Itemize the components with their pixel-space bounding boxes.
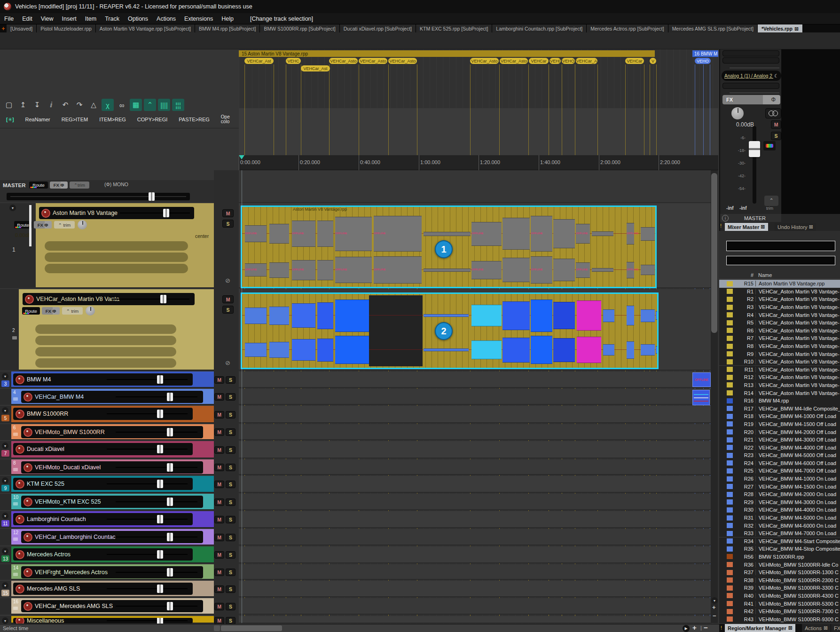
track-solo-button[interactable]: S: [226, 534, 236, 541]
region-row-R56[interactable]: R56BMW S1000RR.rpp: [719, 553, 840, 561]
track-volume-handle[interactable]: [167, 463, 173, 472]
region-pill[interactable]: VEHCar_Asto: [359, 58, 387, 64]
ripple-icon[interactable]: ||||: [158, 99, 170, 111]
project-tab[interactable]: [Unsaved]: [7, 24, 37, 32]
track-volume-slider[interactable]: [107, 519, 188, 520]
master-track-panel[interactable]: MASTER Route FX Φ ⌃ trim (Φ) MONO: [0, 180, 214, 202]
group-icon[interactable]: ⌃: [144, 99, 156, 111]
region-row-R34[interactable]: R34VEHCar_BMW M4-Start Composite: [719, 537, 840, 546]
track-volume-slider[interactable]: [107, 554, 188, 555]
envelope-lane[interactable]: [45, 241, 188, 251]
project-tab[interactable]: KTM EXC 525.rpp [SubProject]: [416, 24, 492, 32]
track-name-bar[interactable]: VEHMoto_Ducati xDiavel: [21, 461, 203, 474]
new-project-icon[interactable]: ▢: [3, 99, 15, 111]
track-solo-button[interactable]: S: [226, 516, 236, 523]
vertical-zoom-out-button[interactable]: −: [713, 612, 716, 619]
region-row-R2[interactable]: R2VEHCar_Aston Martin V8 Vantage-: [719, 295, 840, 304]
snap-icon[interactable]: ¦¦¦: [172, 99, 184, 111]
record-arm-button[interactable]: [25, 295, 34, 304]
new-tab-button[interactable]: +: [0, 25, 7, 32]
media-item-bmw-vehcar[interactable]: [692, 390, 710, 405]
track-name-bar[interactable]: VEHCar_Mercedes AMG SLS: [21, 600, 203, 612]
project-tab[interactable]: Mercedes Actros.rpp [SubProject]: [587, 24, 668, 32]
track-volume-handle[interactable]: [160, 295, 166, 303]
menu-file[interactable]: File: [0, 16, 18, 22]
region-row-R23[interactable]: R23VEHCar_BMW M4-5000 Off Load: [719, 451, 840, 460]
region-row-R16[interactable]: R16BMW M4.rpp: [719, 397, 840, 405]
track-name[interactable]: KTM EXC 525: [27, 481, 64, 487]
mixer-solo-button[interactable]: S: [771, 132, 781, 140]
timeline-ruler[interactable]: 0:00.0000:20.0000:40.0001:00.0001:20.000…: [239, 155, 718, 170]
track-volume-slider[interactable]: [116, 467, 197, 468]
dock-tab-region-marker-manager[interactable]: Region/Marker Manager ⊠: [725, 624, 795, 632]
track-solo-button[interactable]: S: [226, 376, 236, 384]
track-name-bar[interactable]: VEHMoto_BMW S1000RR: [21, 426, 203, 438]
track-route-button[interactable]: Route: [22, 307, 40, 315]
undo-icon[interactable]: ↶: [59, 99, 71, 111]
track-volume-slider[interactable]: [116, 432, 197, 433]
region-row-R33[interactable]: R33VEHCar_BMW M4-7000 On Load: [719, 529, 840, 538]
column-id[interactable]: #: [719, 272, 754, 278]
region-row-R35[interactable]: R35VEHCar_BMW M4-Stop Composite: [719, 545, 840, 553]
track-fold-icon[interactable]: ▼: [2, 407, 8, 414]
project-tab[interactable]: Mercedes AMG SLS.rpp [SubProject]: [668, 24, 758, 32]
track-volume-handle[interactable]: [167, 602, 173, 610]
track-fold-icon[interactable]: ▼: [2, 548, 8, 554]
vertical-zoom-in-button[interactable]: +: [712, 604, 716, 611]
track-name-bar[interactable]: BMW M4: [13, 373, 193, 386]
track-volume-handle[interactable]: [167, 428, 173, 436]
track-pan-knob[interactable]: [86, 306, 95, 316]
project-tab-active[interactable]: *Vehicles.rpp ⊠: [758, 24, 803, 32]
region-row-R37[interactable]: R37VEHMoto_BMW S1000RR-1300 C: [719, 569, 840, 577]
track-volume-handle[interactable]: [157, 550, 163, 559]
master-route-button[interactable]: Route: [29, 182, 48, 189]
track-name[interactable]: VEHFrght_Mercedes Actros: [35, 569, 108, 576]
region-row-R32[interactable]: R32VEHCar_BMW M4-6000 On Load: [719, 521, 840, 530]
project-tab[interactable]: Ducati xDiavel.rpp [SubProject]: [340, 24, 416, 32]
record-arm-button[interactable]: [16, 480, 24, 489]
track-fold-icon[interactable]: ▼: [2, 442, 8, 449]
track-name[interactable]: VEHMoto_Ducati xDiavel: [35, 464, 101, 471]
track-name-bar[interactable]: VEHFrght_Mercedes Actros: [21, 566, 203, 578]
track-name[interactable]: VEHCar_BMW M4: [35, 394, 84, 400]
record-arm-button[interactable]: [16, 375, 24, 384]
region-bar-bmw[interactable]: 16 BMW M: [692, 50, 718, 57]
region-row-R42[interactable]: R42VEHMoto_BMW S1000RR-7300 C: [719, 608, 840, 616]
track-volume-handle[interactable]: [167, 393, 173, 401]
region-pill[interactable]: VEH(: [550, 58, 561, 64]
track-volume-slider[interactable]: [116, 501, 197, 502]
track-name[interactable]: Mercedes AMG SLS: [27, 585, 80, 592]
region-pill-bmw[interactable]: VEHO: [695, 58, 711, 64]
record-arm-button[interactable]: [16, 515, 24, 524]
record-arm-button[interactable]: [41, 209, 50, 218]
track-mute-button[interactable]: M: [214, 585, 224, 593]
mixer-volume-readout[interactable]: 0.00dB: [736, 121, 754, 128]
close-icon[interactable]: ⊠: [824, 625, 828, 631]
region-pill[interactable]: VEHCar_Asto: [470, 58, 499, 64]
region-row-R13[interactable]: R13VEHCar_Aston Martin V8 Vantage-: [719, 381, 840, 390]
edit-cursor-handle[interactable]: [239, 155, 244, 159]
track-solo-button[interactable]: S: [226, 393, 236, 401]
arrange-vscrollbar-handle[interactable]: [711, 173, 717, 333]
region-pill[interactable]: VEHO: [562, 58, 575, 64]
track-solo-button[interactable]: S: [226, 464, 236, 471]
record-arm-button[interactable]: [24, 568, 32, 577]
region-row-R24[interactable]: R24VEHCar_BMW M4-6000 Off Load: [719, 459, 840, 468]
dock-tab-actions[interactable]: Actions ⊠: [802, 624, 831, 632]
record-arm-button[interactable]: [16, 445, 24, 454]
record-arm-button[interactable]: [16, 550, 24, 559]
region-row-R19[interactable]: R19VEHCar_BMW M4-1500 Off Load: [719, 420, 840, 429]
crossfade-icon[interactable]: χ: [102, 99, 114, 111]
region-list[interactable]: R15Aston Martin V8 Vantage.rppR1VEHCar_A…: [719, 280, 840, 623]
track-fx-button[interactable]: FX Φ: [42, 307, 60, 315]
track-solo-button[interactable]: S: [226, 428, 236, 436]
region-row-R17[interactable]: R17VEHCar_BMW M4-Idle Composite_: [719, 404, 840, 413]
track-name-bar[interactable]: VEHCar_BMW M4: [21, 391, 203, 403]
save-project-icon[interactable]: ↧: [31, 99, 43, 111]
record-arm-button[interactable]: [24, 533, 32, 542]
track-fold-icon[interactable]: ▼: [2, 477, 8, 484]
track-fold-icon[interactable]: ▼: [2, 617, 8, 624]
tab-undo-history[interactable]: Undo History ⊠: [775, 223, 816, 231]
master-mono-button[interactable]: (Φ) MONO: [104, 182, 128, 187]
item-reg-button[interactable]: ITEM>REG: [95, 113, 130, 126]
